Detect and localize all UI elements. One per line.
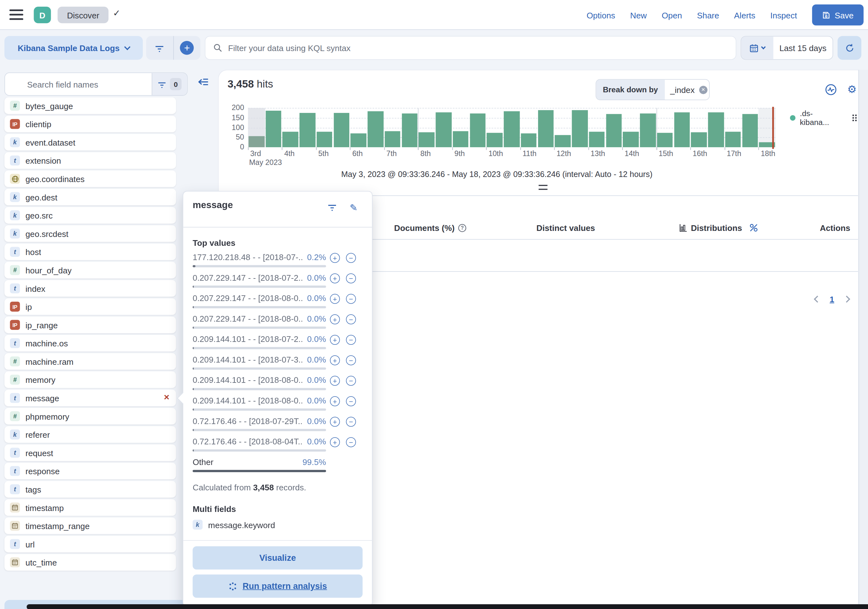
field-type-badge: IP bbox=[10, 119, 20, 129]
nav-link-options[interactable]: Options bbox=[587, 10, 615, 20]
distributions-header[interactable]: Distributions bbox=[679, 223, 758, 232]
chart-options-icon bbox=[824, 83, 837, 96]
field-item-response[interactable]: t response bbox=[5, 463, 176, 479]
field-search-input[interactable] bbox=[27, 79, 152, 89]
filter-out-value-button[interactable]: − bbox=[346, 273, 356, 283]
field-item-machine.ram[interactable]: # machine.ram bbox=[5, 353, 176, 370]
kql-input[interactable] bbox=[228, 43, 728, 53]
filter-for-value-button[interactable]: + bbox=[330, 253, 340, 263]
chart-settings-button[interactable]: ⚙ bbox=[845, 82, 859, 96]
nav-link-alerts[interactable]: Alerts bbox=[734, 10, 755, 20]
calendar-icon bbox=[750, 43, 758, 52]
run-pattern-analysis-button[interactable]: Run pattern analysis bbox=[192, 575, 363, 598]
field-item-geo.coordinates[interactable]: geo.coordinates bbox=[5, 170, 176, 187]
filter-out-value-button[interactable]: − bbox=[346, 376, 356, 386]
discover-app-icon[interactable]: D bbox=[34, 7, 51, 23]
field-item-ip[interactable]: IP ip bbox=[5, 299, 176, 315]
clear-breakdown-icon[interactable]: ✕ bbox=[699, 86, 707, 94]
multi-field-item[interactable]: k message.keyword bbox=[192, 519, 275, 529]
field-item-message[interactable]: t message × bbox=[5, 389, 176, 406]
collapse-sidebar-button[interactable] bbox=[197, 76, 209, 88]
field-item-event.dataset[interactable]: k event.dataset bbox=[5, 134, 176, 150]
filter-out-value-button[interactable]: − bbox=[346, 437, 356, 447]
nav-link-inspect[interactable]: Inspect bbox=[770, 10, 797, 20]
save-button[interactable]: Save bbox=[812, 5, 863, 25]
kibana-discover-app: D Discover ✓ OptionsNewOpenShareAlertsIn… bbox=[0, 0, 868, 609]
filter-out-value-button[interactable]: − bbox=[346, 396, 356, 406]
help-icon[interactable]: ? bbox=[458, 223, 467, 232]
visualize-button[interactable]: Visualize bbox=[192, 546, 363, 569]
data-view-picker[interactable]: Kibana Sample Data Logs bbox=[5, 36, 143, 60]
filter-for-value-button[interactable]: + bbox=[330, 273, 340, 283]
filter-for-field-button[interactable] bbox=[328, 204, 336, 211]
breadcrumb[interactable]: Discover bbox=[57, 7, 108, 23]
field-item-phpmemory[interactable]: # phpmemory bbox=[5, 408, 176, 425]
field-item-ip_range[interactable]: IP ip_range bbox=[5, 316, 176, 333]
top-values-heading: Top values bbox=[192, 238, 236, 247]
field-item-request[interactable]: t request bbox=[5, 445, 176, 461]
legend-label[interactable]: .ds-kibana... bbox=[800, 109, 842, 127]
distributions-toggle-icon[interactable] bbox=[749, 223, 758, 232]
field-item-extension[interactable]: t extension bbox=[5, 152, 176, 169]
nav-link-new[interactable]: New bbox=[630, 10, 646, 20]
field-item-label: tags bbox=[25, 485, 41, 494]
prev-page-icon[interactable] bbox=[814, 296, 821, 302]
field-item-geo.src[interactable]: k geo.src bbox=[5, 207, 176, 224]
filter-for-value-button[interactable]: + bbox=[330, 294, 340, 304]
histogram-chart[interactable]: 3rd4th5th6th7th8th9th10th11th12th13th14t… bbox=[248, 108, 776, 147]
field-item-geo.srcdest[interactable]: k geo.srcdest bbox=[5, 225, 176, 242]
field-item-timestamp[interactable]: timestamp bbox=[5, 499, 176, 516]
filter-for-value-button[interactable]: + bbox=[330, 335, 340, 345]
breakdown-select[interactable]: _index ✕ bbox=[665, 80, 710, 99]
menu-icon[interactable] bbox=[9, 9, 23, 21]
field-filter-button[interactable]: 0 bbox=[152, 73, 187, 95]
field-item-timestamp_range[interactable]: timestamp_range bbox=[5, 518, 176, 534]
filter-for-value-button[interactable]: + bbox=[330, 376, 340, 386]
x-axis-tick bbox=[589, 147, 589, 150]
field-item-url[interactable]: t url bbox=[5, 536, 176, 552]
filter-for-value-button[interactable]: + bbox=[330, 396, 340, 406]
field-item-index[interactable]: t index bbox=[5, 280, 176, 297]
refresh-button[interactable] bbox=[837, 36, 861, 60]
documents-header[interactable]: Documents (%) ? bbox=[394, 223, 467, 232]
add-filter-button[interactable]: + bbox=[173, 36, 200, 60]
date-menu-button[interactable] bbox=[741, 36, 773, 59]
field-item-referer[interactable]: k referer bbox=[5, 426, 176, 443]
filters-button[interactable] bbox=[146, 36, 173, 60]
filter-out-value-button[interactable]: − bbox=[346, 253, 356, 263]
chart-options-button[interactable] bbox=[824, 82, 838, 97]
next-page-icon[interactable] bbox=[843, 296, 850, 302]
filter-for-value-button[interactable]: + bbox=[330, 417, 340, 427]
filter-out-value-button[interactable]: − bbox=[346, 355, 356, 365]
field-item-machine.os[interactable]: t machine.os bbox=[5, 335, 176, 352]
page-number[interactable]: 1 bbox=[829, 294, 834, 304]
field-item-hour_of_day[interactable]: # hour_of_day bbox=[5, 262, 176, 278]
field-item-geo.dest[interactable]: k geo.dest bbox=[5, 189, 176, 205]
horizontal-scrollbar[interactable] bbox=[26, 604, 868, 609]
filter-out-value-button[interactable]: − bbox=[346, 335, 356, 345]
nav-link-open[interactable]: Open bbox=[662, 10, 682, 20]
filter-out-value-button[interactable]: − bbox=[346, 315, 356, 324]
filter-for-value-button[interactable]: + bbox=[330, 355, 340, 365]
field-item-clientip[interactable]: IP clientip bbox=[5, 116, 176, 132]
nav-link-share[interactable]: Share bbox=[697, 10, 719, 20]
distinct-values-header[interactable]: Distinct values bbox=[536, 223, 595, 232]
edit-field-button[interactable]: ✎ bbox=[350, 202, 358, 214]
top-value-row: 0.207.229.147 - - [2018-08-0... 0.0% + − bbox=[192, 314, 364, 334]
filter-for-value-button[interactable]: + bbox=[330, 437, 340, 447]
field-item-tags[interactable]: t tags bbox=[5, 481, 176, 497]
field-item-memory[interactable]: # memory bbox=[5, 372, 176, 388]
vertical-scrollbar-track[interactable] bbox=[859, 70, 868, 609]
resize-handle[interactable] bbox=[538, 185, 547, 190]
field-type-badge: k bbox=[10, 210, 20, 220]
field-item-host[interactable]: t host bbox=[5, 243, 176, 260]
field-item-utc_time[interactable]: utc_time bbox=[5, 554, 176, 570]
time-range-button[interactable]: Last 15 days bbox=[773, 36, 833, 59]
field-item-bytes_gauge[interactable]: # bytes_gauge bbox=[5, 98, 176, 114]
filter-for-value-button[interactable]: + bbox=[330, 315, 340, 324]
filter-out-value-button[interactable]: − bbox=[346, 417, 356, 427]
remove-field-icon[interactable]: × bbox=[164, 392, 169, 403]
filter-out-value-button[interactable]: − bbox=[346, 294, 356, 304]
legend-menu-icon[interactable] bbox=[851, 113, 858, 122]
histogram-bar bbox=[572, 110, 588, 147]
